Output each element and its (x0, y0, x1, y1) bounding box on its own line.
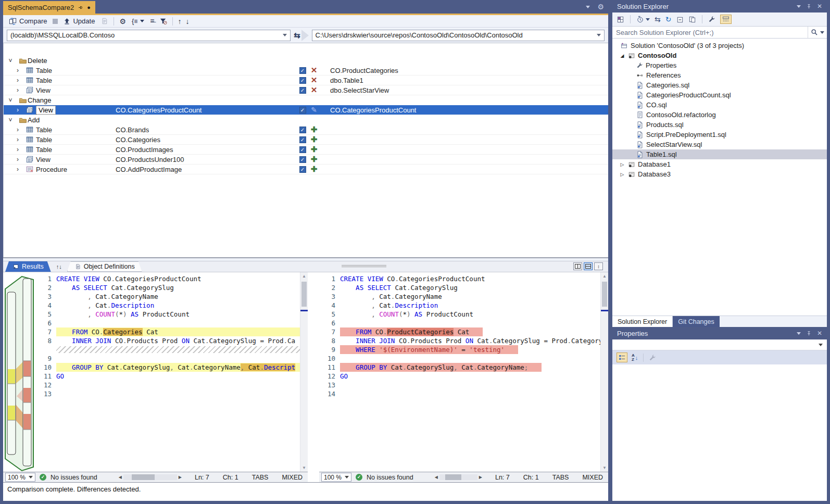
horizontal-split-button[interactable] (584, 262, 593, 270)
properties-wrench-icon[interactable] (708, 16, 715, 23)
source-code-pane[interactable]: 12345678910111213 CREATE VIEW CO.Categor… (35, 272, 308, 472)
group-results-dropdown[interactable]: {≡ (130, 17, 146, 26)
left-horizontal-scrollbar[interactable]: ◀▶ (117, 472, 183, 482)
tab-object-definitions[interactable]: Object Definitions (67, 261, 142, 272)
schema-diff-row[interactable]: ›ViewCO.ProductsUnder100✓✚ (4, 155, 608, 165)
expanded-arrow-icon[interactable]: ◢ (619, 53, 625, 58)
schema-diff-row[interactable]: ›TableCO.Categories✓✚ (4, 135, 608, 145)
previous-difference-icon[interactable]: ↑ (178, 18, 182, 25)
collapse-chevron-icon[interactable]: ˅ (4, 97, 17, 104)
solution-explorer-search[interactable]: Search Solution Explorer (Ctrl+;) (612, 27, 827, 39)
properties-title-bar[interactable]: Properties ✕ (612, 327, 827, 339)
pending-changes-filter-icon[interactable] (636, 16, 650, 23)
sort-options-icon[interactable]: ≡– (150, 17, 155, 26)
tab-git-changes[interactable]: Git Changes (673, 316, 719, 327)
tree-item-table1-sql[interactable]: Table1.sql (612, 149, 827, 159)
tree-item-references[interactable]: References (612, 70, 827, 80)
window-position-chevron-icon[interactable] (797, 5, 801, 8)
include-checkbox[interactable]: ✓ (299, 127, 306, 133)
document-well-gear-icon[interactable]: ⚙ (597, 3, 604, 10)
tree-item-categories-sql[interactable]: Categories.sql (612, 80, 827, 90)
include-checkbox[interactable]: ✓ (299, 107, 306, 114)
collapsed-arrow-icon[interactable]: ▷ (619, 162, 625, 167)
options-gear-icon[interactable]: ⚙ (119, 18, 126, 25)
include-checkbox[interactable]: ✓ (299, 87, 306, 94)
tree-item-co-sql[interactable]: CO.sql (612, 100, 827, 110)
target-code-pane[interactable]: 1234567891011121314 CREATE VIEW CO.Categ… (319, 272, 608, 472)
pin-icon[interactable] (806, 4, 812, 9)
schema-diff-row[interactable]: ›TableCO.Brands✓✚ (4, 125, 608, 135)
tab-sqlschemacompare2[interactable]: SqlSchemaCompare2 ● (3, 1, 95, 14)
type-cell[interactable]: View (36, 106, 56, 115)
diff-overview-map[interactable] (3, 272, 35, 472)
pin-icon[interactable] (806, 331, 812, 336)
schema-diff-row[interactable]: ›TableCO.ProductImages✓✚ (4, 145, 608, 155)
pin-icon[interactable] (78, 5, 83, 10)
include-checkbox[interactable]: ✓ (299, 77, 306, 84)
tree-item-categoriesproductcount-sql[interactable]: CategoriesProductCount.sql (612, 90, 827, 100)
include-checkbox[interactable]: ✓ (299, 166, 306, 173)
vertical-split-button[interactable] (573, 262, 582, 270)
compare-button[interactable]: Compare (7, 17, 48, 26)
tree-item-contosoold-refactorlog[interactable]: ContosoOld.refactorlog (612, 110, 827, 120)
right-zoom-dropdown[interactable]: 100 % (321, 473, 351, 482)
schema-diff-group-add[interactable]: ˅Add (4, 115, 608, 125)
properties-object-dropdown[interactable] (612, 339, 827, 350)
expand-chevron-icon[interactable]: › (4, 156, 24, 163)
right-horizontal-scrollbar[interactable]: ◀▶ (433, 472, 484, 482)
tree-item-contosoold[interactable]: ◢ContosoOld (612, 51, 827, 60)
schema-diff-group-delete[interactable]: ˅Delete (4, 56, 608, 66)
right-vertical-scrollbar[interactable]: ▲ ▼ (600, 272, 608, 472)
collapsed-arrow-icon[interactable]: ▷ (619, 172, 625, 177)
alphabetical-sort-icon[interactable]: AZ↓ (632, 354, 638, 362)
tab-results[interactable]: Results (5, 261, 51, 272)
scroll-up-icon[interactable]: ▲ (601, 272, 608, 280)
schema-diff-group-change[interactable]: ˅Change (4, 95, 608, 105)
left-zoom-dropdown[interactable]: 100 % (5, 473, 35, 482)
scroll-down-icon[interactable]: ▼ (300, 464, 308, 472)
expand-chevron-icon[interactable]: › (4, 77, 24, 84)
pane-drag-grip[interactable] (342, 265, 386, 267)
sort-order-button[interactable]: ↑↓ (51, 261, 67, 272)
tree-item-solution[interactable]: Solution 'ContosoOld' (3 of 3 projects) (612, 41, 827, 51)
expand-chevron-icon[interactable]: › (4, 106, 24, 114)
search-options-chevron-icon[interactable] (820, 31, 824, 34)
scroll-up-icon[interactable]: ▲ (300, 272, 308, 280)
expand-chevron-icon[interactable]: › (4, 166, 24, 173)
schema-diff-row[interactable]: ›ViewCO.CategoriesProductCount✓✎CO.Categ… (4, 105, 608, 115)
include-checkbox[interactable]: ✓ (299, 67, 306, 74)
schema-diff-row[interactable]: ›Table✓✕CO.ProductCategories (4, 66, 608, 75)
collapse-all-icon[interactable] (676, 16, 684, 23)
filter-icon[interactable] (159, 17, 167, 25)
update-button[interactable]: Update (62, 17, 96, 26)
switch-views-icon[interactable] (617, 16, 624, 23)
tab-list-chevron-icon[interactable] (586, 6, 590, 8)
tree-item-properties[interactable]: Properties (612, 60, 827, 70)
tree-item-database3[interactable]: ▷Database3 (612, 169, 827, 179)
expand-chevron-icon[interactable]: › (4, 126, 24, 133)
include-checkbox[interactable]: ✓ (299, 146, 306, 153)
tree-item-products-sql[interactable]: Products.sql (612, 120, 827, 130)
include-checkbox[interactable]: ✓ (299, 156, 306, 163)
tree-item-selectstarview-sql[interactable]: SelectStarView.sql (612, 140, 827, 149)
expand-chevron-icon[interactable]: › (4, 136, 24, 143)
left-vertical-scrollbar[interactable]: ▲ ▼ (300, 272, 308, 472)
collapse-chevron-icon[interactable]: ˅ (4, 57, 17, 65)
include-checkbox[interactable]: ✓ (299, 136, 306, 143)
collapse-chevron-icon[interactable]: ˅ (4, 117, 17, 124)
schema-diff-row[interactable]: ›ProcedureCO.AddProductImage✓✚ (4, 165, 608, 174)
close-icon[interactable]: ✕ (817, 330, 822, 337)
search-icon[interactable] (811, 29, 818, 36)
schema-diff-row[interactable]: ›View✓✕dbo.SelectStarView (4, 85, 608, 95)
target-project-dropdown[interactable]: C:\Users\drskwier\source\repos\ContosoOl… (312, 30, 605, 41)
expand-chevron-icon[interactable]: › (4, 86, 24, 94)
expand-chevron-icon[interactable]: › (4, 146, 24, 153)
swap-source-target-icon[interactable]: ⇆ (294, 31, 300, 40)
expand-chevron-icon[interactable]: › (4, 67, 24, 74)
tree-item-database1[interactable]: ▷Database1 (612, 159, 827, 169)
schema-diff-row[interactable]: ›Table✓✕dbo.Table1 (4, 75, 608, 85)
preview-selected-items-icon[interactable] (688, 16, 696, 23)
show-all-files-icon[interactable] (720, 15, 732, 24)
categorized-icon[interactable] (617, 352, 627, 362)
solution-explorer-title-bar[interactable]: Solution Explorer ✕ (612, 0, 827, 12)
